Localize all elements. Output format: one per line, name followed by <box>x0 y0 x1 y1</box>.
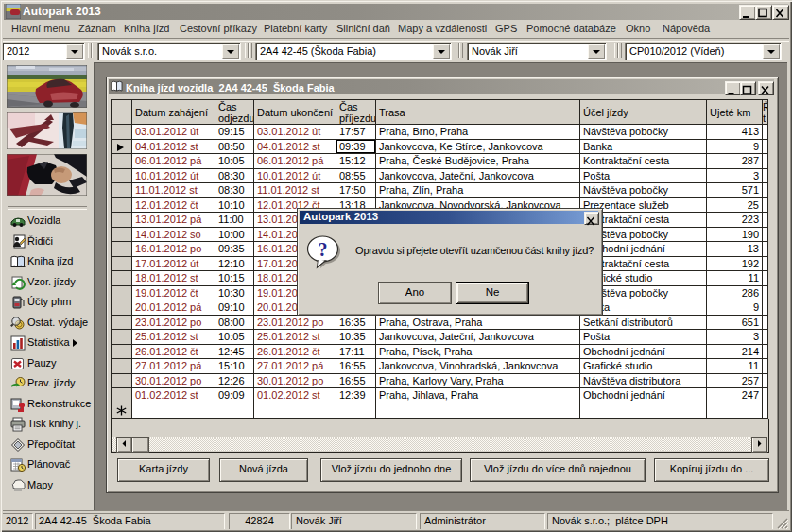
svg-text:?: ? <box>319 239 328 260</box>
